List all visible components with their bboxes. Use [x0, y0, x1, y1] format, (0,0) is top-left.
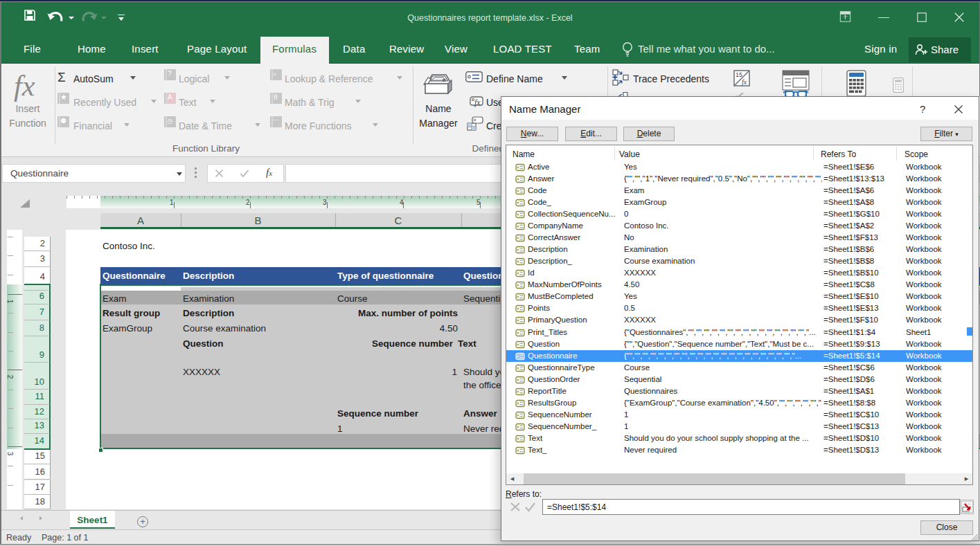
svg-text:15: 15	[736, 71, 742, 78]
svg-text:fx: fx	[474, 98, 481, 107]
svg-text:fx: fx	[742, 78, 747, 86]
